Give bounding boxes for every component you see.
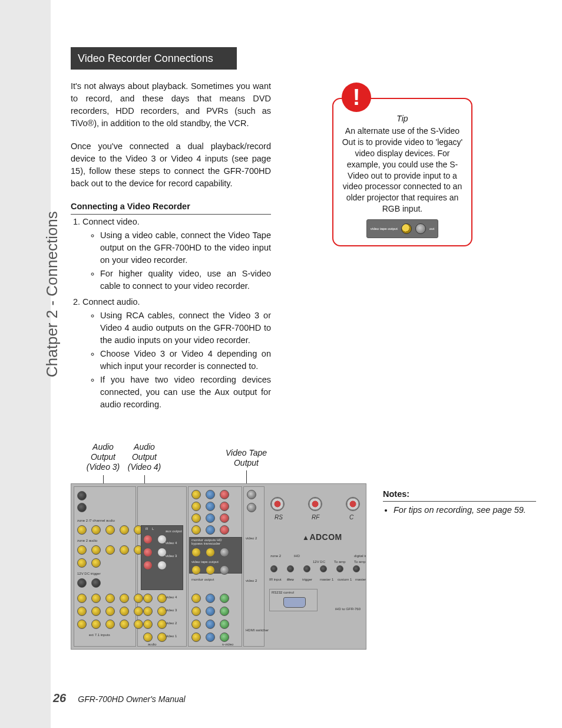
diagram-callouts: Audio Output (Video 3) Audio Output (Vid… xyxy=(71,442,536,483)
jack-icon xyxy=(134,607,143,616)
label-ihd-gfr: iHD to GFR-760 xyxy=(335,607,361,612)
step-2-bullet-1: Using RCA cables, connect the Video 3 or… xyxy=(100,309,271,347)
jack-icon xyxy=(134,594,143,603)
jack-icon xyxy=(143,548,153,557)
adcom-logo: ▲ADCOM xyxy=(302,531,342,543)
label-master1: master 1 xyxy=(320,577,333,582)
tip-inline-diagram: video tape output out xyxy=(366,219,438,238)
jack-icon xyxy=(206,607,215,616)
alert-badge: ! xyxy=(342,83,371,112)
jack-row-video3-audio-out xyxy=(143,561,167,570)
jack-icon xyxy=(220,513,229,523)
two-column-layout: It's not always about playback. Sometime… xyxy=(71,80,538,414)
jack-icon xyxy=(134,620,143,629)
step-1-bullet-1: Using a video cable, connect the Video T… xyxy=(100,229,271,266)
instruction-list: Connect video. Using a video cable, conn… xyxy=(71,216,271,411)
label-video4-b: video 4 xyxy=(166,595,177,600)
jack-icon xyxy=(77,503,87,512)
body-column: It's not always about playback. Sometime… xyxy=(71,80,271,414)
jack-row xyxy=(77,578,101,588)
jack-icon xyxy=(191,620,201,629)
subheading-connecting-recorder: Connecting a Video Recorder xyxy=(71,200,271,215)
jack-row xyxy=(143,594,167,603)
svideo-column xyxy=(247,490,256,512)
jack-icon xyxy=(191,525,201,535)
notes-block: Notes: For tips on recording, see page 5… xyxy=(383,488,536,516)
jack-icon xyxy=(105,545,115,555)
jack-icon xyxy=(206,633,215,642)
page-footer: 26 GFR-700HD Owner's Manual xyxy=(53,690,186,707)
component-row xyxy=(191,607,229,616)
jack-icon xyxy=(91,607,101,616)
jack-row-tape-out xyxy=(191,565,229,575)
dsub-connector-icon xyxy=(283,597,306,608)
label-zone2-r: zone 2 xyxy=(270,554,281,559)
notes-list: For tips on recording, see page 59. xyxy=(383,504,536,516)
jack-column xyxy=(77,491,87,512)
jack-icon xyxy=(143,620,153,629)
svideo-jack-icon xyxy=(220,565,229,575)
jack-icon xyxy=(157,561,167,570)
callout-line: Video Tape xyxy=(226,448,267,457)
chapter-label: Chatper 2 - Connections xyxy=(41,211,64,377)
jack-icon xyxy=(191,490,201,499)
jack-icon xyxy=(77,491,87,500)
jack-icon xyxy=(206,513,215,523)
label-ir-input: IR input xyxy=(269,577,282,582)
jack-icon xyxy=(220,633,229,642)
section-heading: Video Recorder Connections xyxy=(71,47,237,70)
binding-post-icon xyxy=(346,497,360,511)
tip-column: ! Tip An alternate use of the S-Video Ou… xyxy=(291,80,538,246)
tip-body: An alternate use of the S-Video Out is t… xyxy=(342,126,463,213)
exclamation-icon: ! xyxy=(353,86,361,108)
label-trigger-r: trigger xyxy=(302,577,312,582)
component-row xyxy=(191,490,229,499)
label-monitor-outputs: monitor outputs HD bypass transcoder xyxy=(191,538,227,545)
step-1-label: Connect video. xyxy=(82,217,140,226)
callout-audio-output-video4: Audio Output (Video 4) xyxy=(124,442,165,472)
page-number: 26 xyxy=(53,690,66,707)
jack-icon xyxy=(120,607,129,616)
jack-row xyxy=(143,607,167,616)
step-2: Connect audio. Using RCA cables, connect… xyxy=(82,296,271,411)
callout-line: Audio xyxy=(92,442,114,452)
jack-icon xyxy=(120,620,129,629)
label-custom1: custom 1 xyxy=(338,577,352,582)
label-to-amp-1: To amp xyxy=(334,559,346,565)
step-2-bullets: Using RCA cables, connect the Video 3 or… xyxy=(82,309,271,411)
jack-icon xyxy=(206,594,215,603)
callout-audio-output-video3: Audio Output (Video 3) xyxy=(82,442,124,472)
jack-icon xyxy=(105,620,115,629)
jack-row xyxy=(77,545,143,555)
jack-icon xyxy=(206,620,215,629)
label-aux-output: aux output xyxy=(166,529,182,534)
jack-icon xyxy=(206,525,215,535)
svideo-jack-icon xyxy=(415,223,426,234)
jack-icon xyxy=(206,548,215,557)
label-video3: video 3 xyxy=(166,554,177,559)
notes-heading: Notes: xyxy=(383,488,536,502)
rear-panel: RS RF C ▲ADCOM zone 2 /7 channel audio z… xyxy=(71,483,366,650)
jack-icon xyxy=(77,558,87,568)
jack-icon xyxy=(206,565,215,575)
callout-line: Output xyxy=(132,452,157,462)
label-video4: video 4 xyxy=(166,541,177,546)
jack-icon xyxy=(77,594,87,603)
notes-item: For tips on recording, see page 59. xyxy=(394,504,536,516)
jack-icon xyxy=(105,607,115,616)
label-hdmi-switcher: HDMI switcher xyxy=(246,628,269,633)
jack-icon xyxy=(191,565,201,575)
manual-page: Chatper 2 - Connections Video Recorder C… xyxy=(0,0,562,728)
jack-icon xyxy=(120,525,129,535)
binding-post-icon xyxy=(270,497,285,511)
label-rs232: RS232 control xyxy=(272,590,294,595)
jack-row xyxy=(143,633,167,642)
jack-icon xyxy=(91,620,101,629)
rca-jack-icon xyxy=(401,223,412,234)
jack-row xyxy=(77,594,143,603)
jack-icon xyxy=(91,578,101,588)
component-row xyxy=(191,633,229,642)
label-master2: master 2 xyxy=(355,577,366,582)
tip-title: Tip xyxy=(340,113,464,124)
jack-icon xyxy=(143,535,153,544)
